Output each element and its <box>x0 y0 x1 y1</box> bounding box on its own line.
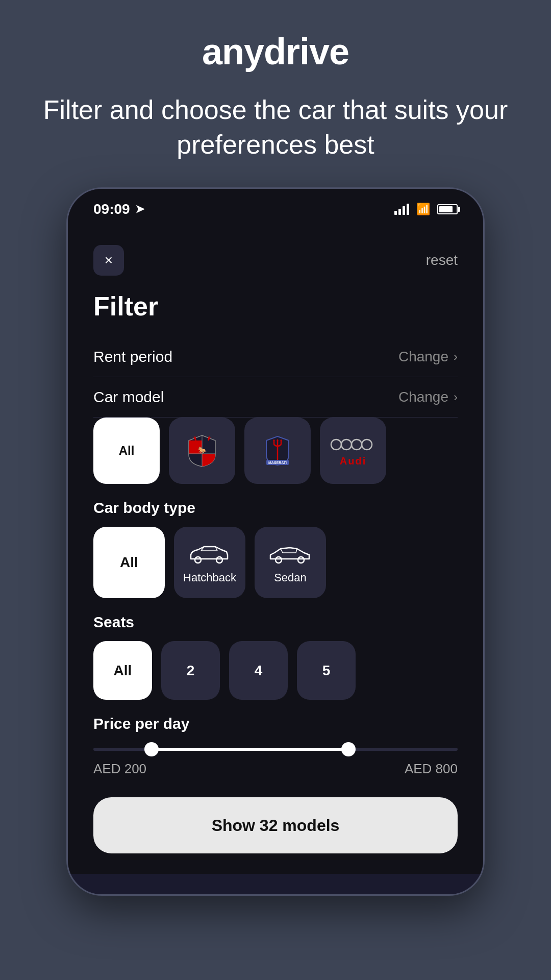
price-max-label: AED 800 <box>405 761 458 777</box>
phone-side-button-volume <box>66 347 68 398</box>
car-model-row[interactable]: Car model Change › <box>93 377 458 418</box>
rent-period-row[interactable]: Rent period Change › <box>93 337 458 377</box>
reset-button[interactable]: reset <box>426 252 458 268</box>
sedan-car-icon <box>267 541 313 566</box>
chevron-right-icon: › <box>454 390 458 404</box>
chevron-right-icon: › <box>454 350 458 364</box>
seats-row: All 2 4 5 <box>93 641 458 700</box>
svg-point-11 <box>341 439 352 450</box>
status-time: 09:09 ➤ <box>93 201 144 217</box>
svg-point-10 <box>331 439 341 450</box>
svg-text:MASERATI: MASERATI <box>268 461 287 464</box>
status-icons: 📶 <box>394 203 458 216</box>
phone-frame: 09:09 ➤ 📶 × reset Filter <box>66 187 485 896</box>
svg-point-14 <box>195 557 201 563</box>
maserati-logo-icon: MASERATI <box>265 435 290 466</box>
svg-point-18 <box>298 557 304 563</box>
body-type-section-label: Car body type <box>93 499 458 517</box>
porsche-logo-icon: 🐎 <box>187 434 217 468</box>
seats-4-button[interactable]: 4 <box>229 641 288 700</box>
svg-point-13 <box>362 439 372 450</box>
brand-audi-button[interactable]: Audi <box>320 418 386 484</box>
body-type-hatchback-button[interactable]: Hatchback <box>174 527 245 598</box>
brand-row: All 🐎 <box>93 418 458 484</box>
hatchback-car-icon <box>187 541 233 566</box>
price-section: Price per day AED 200 AED 800 <box>93 715 458 777</box>
sedan-label: Sedan <box>274 571 307 584</box>
location-icon: ➤ <box>135 203 144 216</box>
price-labels: AED 200 AED 800 <box>93 761 458 777</box>
filter-title: Filter <box>93 291 458 322</box>
body-type-row: All Hatchback <box>93 527 458 598</box>
svg-point-17 <box>276 557 282 563</box>
brand-porsche-button[interactable]: 🐎 <box>169 418 235 484</box>
price-slider-max-thumb[interactable] <box>341 742 356 756</box>
body-type-sedan-button[interactable]: Sedan <box>255 527 326 598</box>
phone-side-button-top <box>66 301 68 332</box>
body-type-all-button[interactable]: All <box>93 527 165 598</box>
seats-2-button[interactable]: 2 <box>161 641 220 700</box>
svg-point-12 <box>352 439 362 450</box>
show-models-button[interactable]: Show 32 models <box>93 797 458 853</box>
seats-section-label: Seats <box>93 614 458 631</box>
phone-side-button-power <box>483 332 485 398</box>
app-subtitle: Filter and choose the car that suits you… <box>41 93 510 162</box>
car-model-change[interactable]: Change › <box>398 389 458 405</box>
app-title: anydrive <box>202 31 349 72</box>
signal-icon <box>394 204 409 215</box>
seats-all-button[interactable]: All <box>93 641 152 700</box>
hatchback-label: Hatchback <box>183 571 236 584</box>
close-button[interactable]: × <box>93 245 124 276</box>
show-models-label: Show 32 models <box>212 816 340 835</box>
wifi-icon: 📶 <box>416 203 430 216</box>
svg-point-15 <box>216 557 222 563</box>
status-bar: 09:09 ➤ 📶 <box>68 189 483 230</box>
rent-period-change[interactable]: Change › <box>398 349 458 365</box>
battery-icon <box>437 204 458 214</box>
brand-maserati-button[interactable]: MASERATI <box>244 418 311 484</box>
filter-header: × reset <box>93 245 458 276</box>
price-section-label: Price per day <box>93 715 458 732</box>
price-min-label: AED 200 <box>93 761 146 777</box>
audi-logo-icon: Audi <box>330 434 376 467</box>
close-icon: × <box>105 252 113 268</box>
car-model-label: Car model <box>93 388 164 406</box>
price-slider-min-thumb[interactable] <box>144 742 159 756</box>
rent-period-label: Rent period <box>93 348 172 365</box>
price-slider-fill <box>152 748 348 751</box>
seats-5-button[interactable]: 5 <box>297 641 356 700</box>
brand-all-button[interactable]: All <box>93 418 160 484</box>
phone-content: × reset Filter Rent period Change › Car … <box>68 230 483 874</box>
price-slider[interactable] <box>93 748 458 751</box>
